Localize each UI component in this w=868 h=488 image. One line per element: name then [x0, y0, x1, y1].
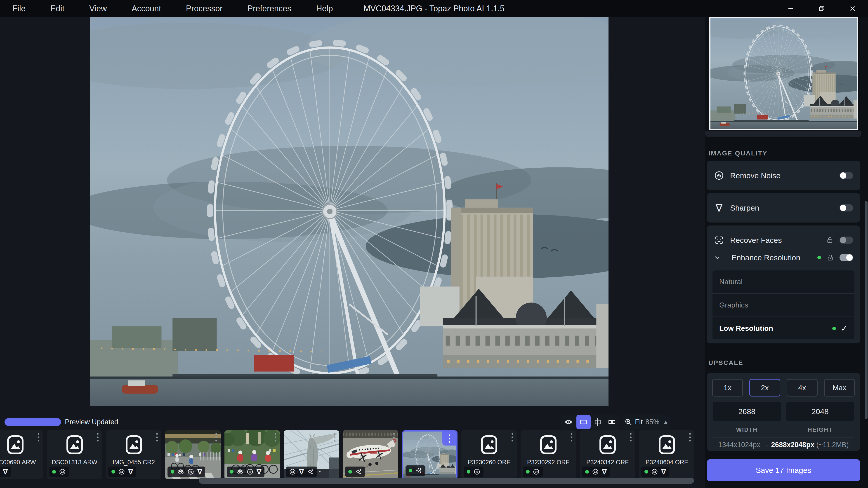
kebab-icon[interactable] [215, 433, 217, 442]
enhance-resolution-header[interactable]: Enhance Resolution [707, 245, 860, 270]
filmstrip-filename: P3240342.ORF [580, 459, 635, 466]
remove-noise-toggle[interactable] [839, 172, 853, 179]
show-original-button[interactable] [561, 415, 576, 429]
close-icon [848, 4, 857, 13]
preview-status-label: Preview Updated [65, 414, 118, 430]
scale-2x-button[interactable]: 2x [749, 379, 780, 396]
menu-view[interactable]: View [77, 0, 119, 17]
sharpen-toggle[interactable] [839, 204, 853, 212]
menu-file[interactable]: File [0, 0, 38, 17]
filmstrip-item[interactable]: P3240604.ORF ∇ [639, 430, 694, 479]
kebab-icon[interactable] [156, 433, 158, 442]
collapse-icon[interactable]: ▲ [663, 419, 669, 425]
recover-faces-toggle[interactable] [839, 236, 853, 244]
model-option-label: Graphics [719, 301, 848, 309]
filmstrip-filename: SC00690.ARW [0, 459, 43, 466]
navigator-image [710, 18, 857, 129]
save-images-button[interactable]: Save 17 Images [707, 459, 860, 481]
filmstrip-item[interactable]: IMG_0455.CR2 ∇ [106, 430, 161, 479]
width-label: WIDTH [713, 426, 781, 433]
single-view-icon [579, 418, 587, 426]
sharpen-icon: ∇ [128, 468, 133, 475]
zoom-fit-label: Fit [635, 418, 643, 426]
width-field[interactable]: 2688 [713, 402, 781, 421]
model-option-label: Low Resolution [719, 324, 827, 332]
kebab-icon[interactable] [97, 433, 98, 442]
denoise-icon [247, 468, 253, 475]
kebab-icon[interactable] [38, 433, 39, 442]
sparkles-icon [355, 468, 362, 475]
sharpen-icon: ∇ [299, 468, 304, 475]
faces-icon [237, 468, 243, 475]
sharpen-icon: ∇ [714, 203, 724, 213]
restore-button[interactable] [806, 0, 837, 17]
denoise-icon [592, 468, 599, 475]
denoise-icon [289, 468, 296, 475]
kebab-icon[interactable] [630, 433, 631, 442]
main-image[interactable] [90, 17, 609, 406]
status-badges [523, 466, 543, 477]
filmstrip-item[interactable]: ∇ [224, 430, 280, 479]
sharpen-label: Sharpen [730, 203, 834, 213]
zoom-in-icon [625, 418, 632, 426]
kebab-icon[interactable] [442, 431, 456, 446]
remove-noise-card[interactable]: Remove Noise [707, 161, 860, 190]
model-option-graphics[interactable]: Graphics [712, 294, 855, 317]
filmstrip-item[interactable] [343, 430, 398, 479]
single-view-button[interactable] [577, 415, 591, 429]
filmstrip-item-selected[interactable] [402, 430, 458, 479]
kebab-icon[interactable] [393, 433, 395, 442]
height-field[interactable]: 2048 [786, 402, 854, 421]
filmstrip-item[interactable]: P3230292.ORF [521, 430, 576, 479]
sharpen-card[interactable]: ∇ Sharpen [707, 193, 860, 223]
close-button[interactable] [837, 0, 868, 17]
enhance-model-list: Natural Graphics Low Resolution ✓ [712, 270, 855, 339]
panel-scrollbar[interactable] [865, 201, 868, 419]
status-dot [585, 470, 589, 474]
denoise-icon [714, 170, 724, 181]
restore-icon [817, 4, 826, 13]
minimize-button[interactable] [775, 0, 806, 17]
menu-help[interactable]: Help [304, 0, 345, 17]
filmstrip-filename: DSC01313.ARW [47, 459, 102, 466]
filmstrip-item[interactable]: SC00690.ARW ∇ [0, 430, 43, 479]
filmstrip-item[interactable]: P3240342.ORF ∇ [580, 430, 635, 479]
sharpen-icon: ∇ [661, 468, 666, 475]
menu-edit[interactable]: Edit [38, 0, 77, 17]
faces-icon [178, 468, 184, 475]
menu-account[interactable]: Account [119, 0, 174, 17]
kebab-icon[interactable] [512, 433, 513, 442]
menu-preferences[interactable]: Preferences [235, 0, 304, 17]
filmstrip-item[interactable]: P3230260.ORF [461, 430, 517, 479]
side-by-side-view-icon [608, 418, 616, 426]
menu-processor[interactable]: Processor [174, 0, 235, 17]
kebab-icon[interactable] [275, 433, 276, 442]
kebab-icon[interactable] [334, 433, 336, 442]
image-placeholder-icon [597, 434, 618, 456]
denoise-icon [59, 468, 66, 475]
model-option-natural[interactable]: Natural [712, 270, 855, 293]
status-dot [52, 470, 56, 474]
filmstrip-item[interactable]: ∇ [284, 430, 339, 479]
side-by-side-view-button[interactable] [604, 415, 619, 429]
filmstrip-item[interactable]: ∇ [165, 430, 221, 479]
navigator-preview[interactable] [709, 17, 858, 130]
enhance-resolution-toggle[interactable] [839, 254, 853, 261]
check-icon: ✓ [841, 324, 848, 333]
scale-4x-button[interactable]: 4x [786, 379, 817, 396]
image-placeholder-icon [656, 434, 678, 456]
split-view-button[interactable] [591, 415, 605, 429]
status-dot [467, 470, 470, 474]
zoom-control[interactable]: Fit 85% ▲ [623, 415, 670, 429]
model-option-low-resolution[interactable]: Low Resolution ✓ [712, 317, 855, 340]
filmstrip-scrollbar[interactable] [199, 478, 694, 484]
scale-1x-button[interactable]: 1x [712, 379, 743, 396]
filmstrip-item[interactable]: DSC01313.ARW [47, 430, 102, 479]
kebab-icon[interactable] [689, 433, 691, 442]
chevron-down-icon[interactable] [714, 254, 721, 261]
scale-max-button[interactable]: Max [824, 379, 855, 396]
denoise-icon [187, 468, 194, 475]
menu-bar: File Edit View Account Processor Prefere… [0, 0, 868, 17]
filmstrip-filename: P3230292.ORF [521, 459, 576, 466]
kebab-icon[interactable] [571, 433, 572, 442]
